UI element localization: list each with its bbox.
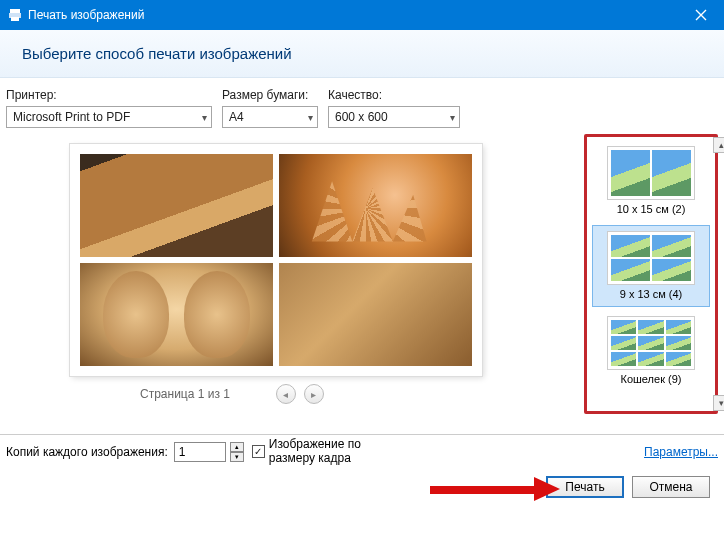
printer-select[interactable]: Microsoft Print to PDF ▾ xyxy=(6,106,212,128)
close-button[interactable] xyxy=(678,0,724,30)
fit-label: Изображение поразмеру кадра xyxy=(269,438,361,464)
fit-checkbox[interactable]: ✓ xyxy=(252,445,265,458)
svg-rect-0 xyxy=(10,9,20,13)
quality-value: 600 x 600 xyxy=(335,110,388,124)
chevron-down-icon: ▾ xyxy=(450,112,455,123)
svg-rect-2 xyxy=(11,17,19,21)
copies-input[interactable] xyxy=(174,442,226,462)
parameters-link[interactable]: Параметры... xyxy=(644,445,718,459)
paper-label: Размер бумаги: xyxy=(222,88,318,102)
paper-select[interactable]: A4 ▾ xyxy=(222,106,318,128)
layout-option-10x15[interactable]: 10 x 15 см (2) xyxy=(592,141,710,221)
page-indicator: Страница 1 из 1 xyxy=(140,387,230,401)
preview-image xyxy=(80,154,273,257)
header-instruction: Выберите способ печати изображений xyxy=(22,45,292,62)
printer-value: Microsoft Print to PDF xyxy=(13,110,130,124)
scroll-down-button[interactable]: ▾ xyxy=(713,395,724,411)
scroll-up-button[interactable]: ▴ xyxy=(713,137,724,153)
cancel-button[interactable]: Отмена xyxy=(632,476,710,498)
quality-select[interactable]: 600 x 600 ▾ xyxy=(328,106,460,128)
preview-image xyxy=(80,263,273,366)
quality-label: Качество: xyxy=(328,88,460,102)
print-preview xyxy=(70,144,482,376)
layout-option-9x13[interactable]: 9 x 13 см (4) xyxy=(592,225,710,307)
next-page-button[interactable]: ▸ xyxy=(304,384,324,404)
layout-option-wallet[interactable]: Кошелек (9) xyxy=(592,311,710,391)
layout-label: Кошелек (9) xyxy=(621,373,682,385)
printer-label: Принтер: xyxy=(6,88,212,102)
layout-panel-highlight: ▴ 10 x 15 см (2) 9 x 13 см (4) Кошелек (… xyxy=(584,134,718,414)
chevron-down-icon: ▾ xyxy=(202,112,207,123)
paper-value: A4 xyxy=(229,110,244,124)
annotation-arrow xyxy=(430,479,560,499)
chevron-down-icon: ▾ xyxy=(308,112,313,123)
layout-label: 10 x 15 см (2) xyxy=(617,203,686,215)
window-title: Печать изображений xyxy=(28,8,144,22)
preview-image xyxy=(279,154,472,257)
copies-spinner[interactable]: ▴▾ xyxy=(230,442,244,462)
preview-image xyxy=(279,263,472,366)
printer-icon xyxy=(8,8,22,22)
prev-page-button[interactable]: ◂ xyxy=(276,384,296,404)
copies-label: Копий каждого изображения: xyxy=(6,445,168,459)
layout-label: 9 x 13 см (4) xyxy=(620,288,683,300)
